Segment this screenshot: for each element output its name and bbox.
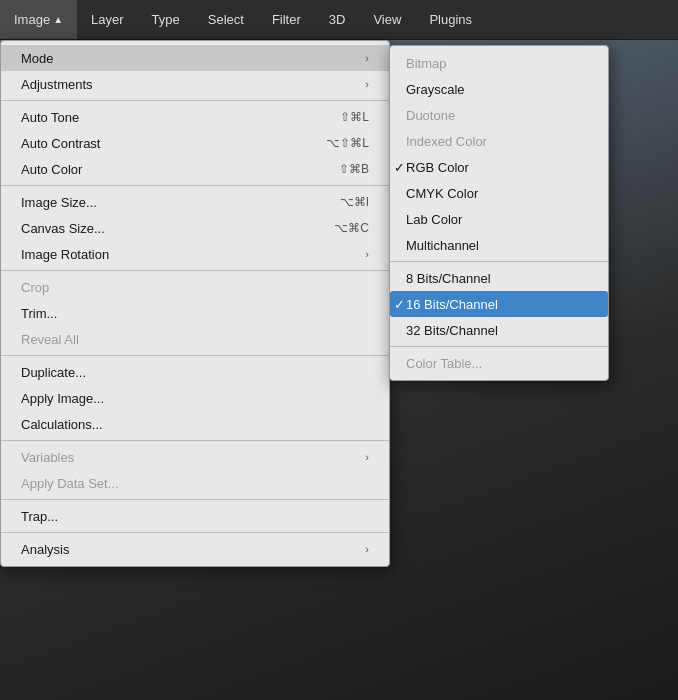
submenu-separator-1 [390, 261, 608, 262]
submenu-item-grayscale-label: Grayscale [406, 82, 465, 97]
submenu-item-color-table-label: Color Table... [406, 356, 482, 371]
separator-1 [1, 100, 389, 101]
submenu-item-multichannel[interactable]: Multichannel [390, 232, 608, 258]
menu-bar-select[interactable]: Select [194, 0, 258, 39]
menu-item-auto-contrast-shortcut: ⌥⇧⌘L [326, 136, 369, 150]
menu-item-analysis[interactable]: Analysis › [1, 536, 389, 562]
menu-item-crop-label: Crop [21, 280, 369, 295]
menu-item-crop[interactable]: Crop [1, 274, 389, 300]
adjustments-arrow-icon: › [365, 78, 369, 90]
submenu-item-indexed-color-label: Indexed Color [406, 134, 487, 149]
menu-item-adjustments[interactable]: Adjustments › [1, 71, 389, 97]
menu-item-canvas-size-label: Canvas Size... [21, 221, 314, 236]
menu-item-reveal-all-label: Reveal All [21, 332, 369, 347]
menu-item-duplicate[interactable]: Duplicate... [1, 359, 389, 385]
submenu-item-32bits[interactable]: 32 Bits/Channel [390, 317, 608, 343]
submenu-item-lab-label: Lab Color [406, 212, 462, 227]
menu-bar-layer[interactable]: Layer [77, 0, 138, 39]
menu-item-image-rotation[interactable]: Image Rotation › [1, 241, 389, 267]
menu-item-variables-label: Variables [21, 450, 365, 465]
submenu-item-rgb-label: RGB Color [406, 160, 469, 175]
submenu-item-16bits-label: 16 Bits/Channel [406, 297, 498, 312]
menu-item-auto-tone[interactable]: Auto Tone ⇧⌘L [1, 104, 389, 130]
submenu-item-duotone-label: Duotone [406, 108, 455, 123]
submenu-item-8bits-label: 8 Bits/Channel [406, 271, 491, 286]
menu-item-auto-tone-shortcut: ⇧⌘L [340, 110, 369, 124]
menu-bar-3d[interactable]: 3D [315, 0, 360, 39]
submenu-item-lab-color[interactable]: Lab Color [390, 206, 608, 232]
menu-item-apply-data-set-label: Apply Data Set... [21, 476, 369, 491]
menu-bar: Image ▲ Layer Type Select Filter 3D View… [0, 0, 678, 40]
menu-item-auto-color[interactable]: Auto Color ⇧⌘B [1, 156, 389, 182]
menu-bar-layer-label: Layer [91, 12, 124, 27]
menu-item-canvas-size[interactable]: Canvas Size... ⌥⌘C [1, 215, 389, 241]
menu-item-mode[interactable]: Mode › Bitmap Grayscale Duotone Indexed … [1, 45, 389, 71]
submenu-item-bitmap-label: Bitmap [406, 56, 446, 71]
menu-item-apply-image[interactable]: Apply Image... [1, 385, 389, 411]
submenu-item-rgb-color[interactable]: RGB Color [390, 154, 608, 180]
menu-item-adjustments-label: Adjustments [21, 77, 365, 92]
menu-item-auto-contrast[interactable]: Auto Contrast ⌥⇧⌘L [1, 130, 389, 156]
analysis-arrow-icon: › [365, 543, 369, 555]
menu-item-auto-color-shortcut: ⇧⌘B [339, 162, 369, 176]
rotation-arrow-icon: › [365, 248, 369, 260]
menu-bar-type-label: Type [152, 12, 180, 27]
menu-item-auto-contrast-label: Auto Contrast [21, 136, 306, 151]
menu-item-trim[interactable]: Trim... [1, 300, 389, 326]
submenu-item-bitmap[interactable]: Bitmap [390, 50, 608, 76]
variables-arrow-icon: › [365, 451, 369, 463]
separator-5 [1, 440, 389, 441]
menu-item-reveal-all[interactable]: Reveal All [1, 326, 389, 352]
separator-7 [1, 532, 389, 533]
submenu-item-32bits-label: 32 Bits/Channel [406, 323, 498, 338]
menu-item-canvas-size-shortcut: ⌥⌘C [334, 221, 369, 235]
submenu-item-duotone[interactable]: Duotone [390, 102, 608, 128]
submenu-arrow-icon: › [365, 52, 369, 64]
menu-item-analysis-label: Analysis [21, 542, 365, 557]
menu-item-image-rotation-label: Image Rotation [21, 247, 365, 262]
submenu-item-color-table[interactable]: Color Table... [390, 350, 608, 376]
menu-item-apply-image-label: Apply Image... [21, 391, 369, 406]
menu-bar-image[interactable]: Image ▲ [0, 0, 77, 39]
submenu-item-grayscale[interactable]: Grayscale [390, 76, 608, 102]
menu-bar-filter[interactable]: Filter [258, 0, 315, 39]
menu-bar-plugins-label: Plugins [429, 12, 472, 27]
menu-bar-type[interactable]: Type [138, 0, 194, 39]
menu-item-apply-data-set[interactable]: Apply Data Set... [1, 470, 389, 496]
menu-item-trap[interactable]: Trap... [1, 503, 389, 529]
separator-2 [1, 185, 389, 186]
separator-3 [1, 270, 389, 271]
menu-bar-3d-label: 3D [329, 12, 346, 27]
image-dropdown-menu: Mode › Bitmap Grayscale Duotone Indexed … [0, 40, 390, 567]
menu-bar-image-label: Image [14, 12, 50, 27]
separator-4 [1, 355, 389, 356]
menu-bar-select-label: Select [208, 12, 244, 27]
menu-item-auto-tone-label: Auto Tone [21, 110, 320, 125]
menu-item-trap-label: Trap... [21, 509, 369, 524]
submenu-item-cmyk-color[interactable]: CMYK Color [390, 180, 608, 206]
submenu-item-indexed-color[interactable]: Indexed Color [390, 128, 608, 154]
menu-item-variables[interactable]: Variables › [1, 444, 389, 470]
menu-bar-filter-label: Filter [272, 12, 301, 27]
menu-item-calculations-label: Calculations... [21, 417, 369, 432]
submenu-item-cmyk-label: CMYK Color [406, 186, 478, 201]
menu-item-auto-color-label: Auto Color [21, 162, 319, 177]
menu-item-mode-label: Mode [21, 51, 365, 66]
menu-item-trim-label: Trim... [21, 306, 369, 321]
menu-item-image-size-shortcut: ⌥⌘I [340, 195, 369, 209]
submenu-item-multichannel-label: Multichannel [406, 238, 479, 253]
menu-bar-view-label: View [373, 12, 401, 27]
submenu-separator-2 [390, 346, 608, 347]
menu-item-image-size[interactable]: Image Size... ⌥⌘I [1, 189, 389, 215]
menu-bar-plugins[interactable]: Plugins [415, 0, 486, 39]
menu-item-calculations[interactable]: Calculations... [1, 411, 389, 437]
separator-6 [1, 499, 389, 500]
menu-item-duplicate-label: Duplicate... [21, 365, 369, 380]
submenu-item-8bits[interactable]: 8 Bits/Channel [390, 265, 608, 291]
menu-item-image-size-label: Image Size... [21, 195, 320, 210]
submenu-item-16bits[interactable]: 16 Bits/Channel [390, 291, 608, 317]
mode-submenu: Bitmap Grayscale Duotone Indexed Color R… [389, 45, 609, 381]
menu-bar-arrow-icon: ▲ [53, 14, 63, 25]
menu-bar-view[interactable]: View [359, 0, 415, 39]
